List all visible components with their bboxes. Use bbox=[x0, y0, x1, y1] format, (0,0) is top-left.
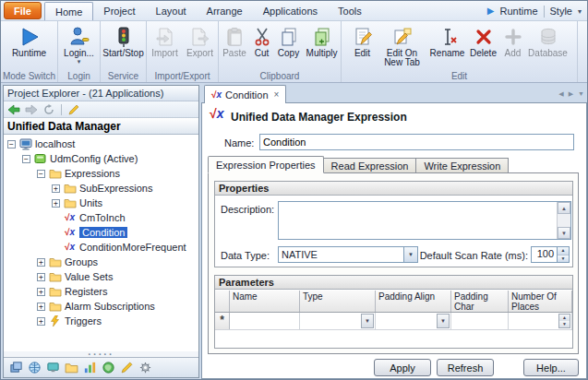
earth-icon[interactable] bbox=[101, 361, 115, 375]
display-icon[interactable] bbox=[45, 361, 60, 375]
divider bbox=[544, 6, 545, 18]
expand-icon[interactable]: + bbox=[37, 258, 45, 267]
tree-item-alarm-subscriptions[interactable]: + Alarm Subscriptions bbox=[4, 299, 198, 314]
edit-on-new-tab-button[interactable]: Edit On New Tab bbox=[377, 23, 428, 67]
tree-item-registers[interactable]: + Registers bbox=[4, 284, 198, 299]
ribbon-tab-arrange[interactable]: Arrange bbox=[197, 2, 253, 20]
spin-up-icon[interactable]: ▲ bbox=[558, 247, 569, 255]
properties-groupbox: Properties Description: ▲ ▼ Data Type: N… bbox=[214, 181, 573, 267]
ribbon-group-clipboard: Paste Cut bbox=[219, 21, 342, 82]
description-scrollbar[interactable]: ▲ ▼ bbox=[557, 202, 570, 239]
tab-list-icon[interactable]: ▼ bbox=[578, 90, 584, 98]
refresh-button[interactable] bbox=[42, 103, 56, 116]
ribbon-tab-applications[interactable]: Applications bbox=[253, 2, 328, 20]
copy-button[interactable]: Copy bbox=[274, 23, 304, 58]
tree-item-units[interactable]: + Units bbox=[4, 196, 198, 210]
column-header-padding-char[interactable]: Padding Char bbox=[451, 291, 509, 312]
ribbon-tab-project[interactable]: Project bbox=[93, 2, 145, 20]
name-input[interactable] bbox=[259, 134, 574, 150]
chevron-down-icon[interactable]: ▼ bbox=[403, 247, 417, 262]
chevron-down-icon[interactable]: ▼ bbox=[437, 314, 450, 328]
globe-icon[interactable] bbox=[27, 361, 42, 375]
column-header-type[interactable]: Type bbox=[300, 291, 376, 312]
tree-item-udmconfig[interactable]: − UdmConfig (Active) bbox=[4, 151, 198, 166]
padding-align-cell[interactable]: ▼ bbox=[376, 313, 451, 329]
collapse-icon[interactable]: − bbox=[37, 170, 45, 178]
tab-navigation: ◀ ▶ ▼ bbox=[558, 90, 584, 98]
refresh-button[interactable]: Refresh bbox=[437, 359, 494, 376]
tree-item-condition[interactable]: √x Condition bbox=[4, 225, 198, 240]
expand-icon[interactable]: + bbox=[37, 273, 45, 281]
expression-icon: √x bbox=[63, 227, 77, 239]
number-of-places-cell[interactable]: ▲▼ bbox=[509, 313, 572, 329]
start-stop-button[interactable]: Start/Stop bbox=[102, 23, 146, 58]
scan-rate-spinner[interactable]: 100 ▲ ▼ bbox=[531, 246, 570, 263]
collapse-icon[interactable]: − bbox=[7, 140, 16, 148]
help-button[interactable]: Help... bbox=[523, 359, 579, 376]
tab-scroll-right-icon[interactable]: ▶ bbox=[569, 90, 573, 98]
tree-item-cmtoinch[interactable]: √x CmToInch bbox=[4, 210, 198, 225]
tab-read-expression[interactable]: Read Expression bbox=[324, 158, 417, 173]
tree-item-expressions[interactable]: − Expressions bbox=[4, 166, 198, 181]
scroll-up-icon[interactable]: ▲ bbox=[558, 202, 570, 214]
file-menu-button[interactable]: File bbox=[4, 2, 42, 19]
folder-icon[interactable] bbox=[64, 361, 78, 375]
tab-scroll-left-icon[interactable]: ◀ bbox=[558, 90, 563, 98]
expand-icon[interactable]: + bbox=[37, 317, 45, 326]
tree-item-conditionmorefrequent[interactable]: √x ConditionMoreFrequent bbox=[4, 240, 198, 255]
tree-item-groups[interactable]: + Groups bbox=[4, 255, 198, 269]
edit-button[interactable]: Edit bbox=[349, 23, 377, 58]
data-type-value: NATIVE bbox=[279, 249, 403, 260]
parameters-new-row[interactable]: * ▼ ▼ ▲▼ bbox=[215, 313, 572, 330]
tree-item-subexpressions[interactable]: + SubExpressions bbox=[4, 181, 198, 196]
export-button: Export bbox=[183, 23, 218, 58]
column-header-name[interactable]: Name bbox=[230, 291, 300, 312]
document-tab-condition[interactable]: √x Condition × bbox=[204, 85, 286, 103]
style-menu[interactable]: Style bbox=[550, 6, 572, 17]
runtime-button[interactable]: Runtime bbox=[3, 23, 56, 58]
edit-mode-button[interactable] bbox=[66, 103, 81, 116]
folder-icon bbox=[48, 256, 62, 268]
back-button[interactable] bbox=[6, 103, 21, 116]
chevron-down-icon[interactable]: ▼ bbox=[361, 314, 374, 328]
layers-icon[interactable] bbox=[8, 361, 23, 375]
login-button[interactable]: Login... ▾ bbox=[59, 23, 100, 65]
group-label-mode-switch: Mode Switch bbox=[1, 71, 57, 81]
forward-button[interactable] bbox=[24, 103, 39, 116]
runtime-menu[interactable]: Runtime bbox=[500, 6, 538, 17]
pencil-icon[interactable] bbox=[119, 361, 134, 375]
chart-icon[interactable] bbox=[82, 361, 97, 375]
tab-expression-properties[interactable]: Expression Properties bbox=[208, 156, 324, 173]
multiply-button[interactable]: Multiply bbox=[304, 23, 341, 58]
delete-button[interactable]: Delete bbox=[467, 23, 500, 58]
chevron-down-icon[interactable]: ▾ bbox=[78, 58, 81, 65]
collapse-icon[interactable]: − bbox=[22, 155, 30, 163]
type-cell[interactable]: ▼ bbox=[300, 313, 376, 329]
cell-spinner[interactable]: ▲▼ bbox=[558, 314, 570, 328]
padding-char-cell[interactable] bbox=[451, 313, 509, 329]
scroll-down-icon[interactable]: ▼ bbox=[558, 227, 570, 239]
ribbon-tab-tools[interactable]: Tools bbox=[328, 2, 372, 20]
expand-icon[interactable]: + bbox=[52, 184, 60, 193]
column-header-padding-align[interactable]: Padding Align bbox=[376, 291, 451, 312]
start-stop-icon bbox=[113, 24, 135, 49]
name-cell[interactable] bbox=[230, 313, 300, 329]
tab-write-expression[interactable]: Write Expression bbox=[416, 158, 509, 173]
description-input[interactable]: ▲ ▼ bbox=[278, 201, 571, 240]
tree-item-value-sets[interactable]: + Value Sets bbox=[4, 269, 198, 284]
expand-icon[interactable]: + bbox=[37, 288, 45, 296]
cut-button[interactable]: Cut bbox=[250, 23, 274, 58]
column-header-number-of-places[interactable]: Number Of Places bbox=[509, 291, 572, 312]
ribbon-tab-home[interactable]: Home bbox=[44, 2, 93, 20]
tree-item-triggers[interactable]: + Triggers bbox=[4, 314, 198, 328]
gear-icon[interactable] bbox=[138, 361, 152, 375]
rename-button[interactable]: Rename bbox=[428, 23, 467, 58]
ribbon-tab-layout[interactable]: Layout bbox=[146, 2, 197, 20]
tree-item-localhost[interactable]: − localhost bbox=[4, 137, 198, 151]
expand-icon[interactable]: + bbox=[37, 303, 45, 311]
expand-icon[interactable]: + bbox=[52, 199, 60, 208]
close-tab-icon[interactable]: × bbox=[274, 90, 280, 100]
data-type-select[interactable]: NATIVE ▼ bbox=[278, 246, 418, 263]
apply-button[interactable]: Apply bbox=[374, 359, 431, 376]
spin-down-icon[interactable]: ▼ bbox=[558, 255, 569, 263]
